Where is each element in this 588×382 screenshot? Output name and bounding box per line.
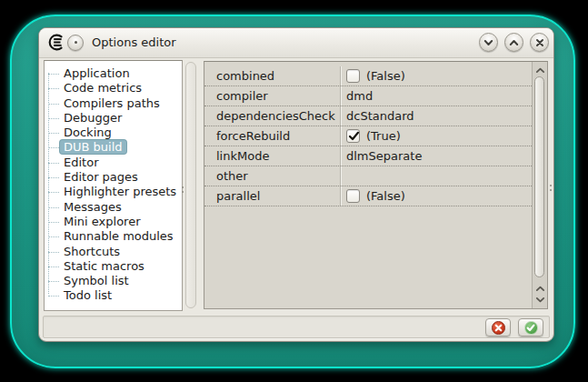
tree-connector xyxy=(48,222,59,223)
sidebar-item-label: Highlighter presets xyxy=(64,185,176,198)
tree-connector xyxy=(48,207,59,208)
tree-list: Application Code metrics Compilers paths… xyxy=(45,61,182,304)
property-value-cell[interactable]: dlmSeparate xyxy=(340,146,532,166)
tree-connector xyxy=(48,281,59,282)
sidebar-item-debugger[interactable]: Debugger xyxy=(45,111,182,126)
sidebar-item-symbol-list[interactable]: Symbol list xyxy=(45,274,182,288)
property-value-cell[interactable]: (False) xyxy=(340,186,532,206)
tree-connector xyxy=(48,252,59,253)
property-value-cell[interactable] xyxy=(340,166,532,186)
sidebar-item-label: Application xyxy=(64,66,130,80)
property-row-compiler[interactable]: compiler dmd xyxy=(204,86,532,106)
check-icon xyxy=(348,131,360,142)
tree-connector xyxy=(48,177,59,178)
splitter[interactable] xyxy=(185,62,196,308)
sidebar-item-dub-build[interactable]: DUB build xyxy=(45,140,182,155)
property-row-linkmode[interactable]: linkMode dlmSeparate xyxy=(204,146,532,166)
tree-connector xyxy=(48,236,59,237)
tree-connector xyxy=(48,133,59,134)
property-value-cell[interactable]: dmd xyxy=(340,86,532,106)
property-value-label: dmd xyxy=(346,89,373,103)
ok-button[interactable] xyxy=(518,318,543,337)
scroll-up-stepper-bottom[interactable] xyxy=(533,283,547,294)
sidebar-item-runnable-modules[interactable]: Runnable modules xyxy=(45,229,182,244)
tree-connector xyxy=(48,266,59,267)
property-row-combined[interactable]: combined (False) xyxy=(204,66,532,86)
sidebar-item-label: Editor pages xyxy=(64,170,138,184)
sidebar-item-label: Messages xyxy=(64,200,122,214)
sidebar-item-highlighter-presets[interactable]: Highlighter presets xyxy=(45,185,182,199)
sidebar-item-label: Compilers paths xyxy=(64,96,160,110)
sidebar-item-label: Editor xyxy=(64,156,98,169)
splitter-grip-icon xyxy=(182,186,184,196)
chevron-down-icon xyxy=(483,39,493,46)
sidebar-item-label: Symbol list xyxy=(64,274,129,287)
checkbox-unchecked[interactable] xyxy=(346,69,360,83)
tree-connector xyxy=(48,192,59,193)
sidebar-item-label: Debugger xyxy=(64,111,122,125)
scroll-up-stepper[interactable] xyxy=(533,65,547,75)
chevron-up-icon xyxy=(535,286,545,292)
scroll-down-stepper[interactable] xyxy=(533,294,547,305)
property-value-cell[interactable]: (True) xyxy=(340,126,532,146)
sidebar-item-application[interactable]: Application xyxy=(45,66,182,81)
scrollbar-thumb[interactable] xyxy=(534,76,544,277)
window-menu-button[interactable] xyxy=(67,35,84,51)
window-controls xyxy=(479,33,549,52)
right-grip-icon xyxy=(550,185,553,194)
close-icon xyxy=(535,38,544,47)
tree-connector xyxy=(48,163,59,164)
property-name: dependenciesCheck xyxy=(204,106,340,126)
titlebar[interactable]: Options editor xyxy=(39,28,553,58)
sidebar-item-label: Static macros xyxy=(64,259,145,273)
property-name: forceRebuild xyxy=(204,126,340,146)
property-name: combined xyxy=(204,66,340,85)
sidebar-item-code-metrics[interactable]: Code metrics xyxy=(45,81,182,96)
property-name: other xyxy=(204,166,340,186)
sidebar-item-editor[interactable]: Editor xyxy=(45,156,182,170)
app-logo-icon xyxy=(47,34,65,51)
checkbox-unchecked[interactable] xyxy=(346,189,360,203)
property-value-cell[interactable]: (False) xyxy=(340,66,532,85)
sidebar-item-mini-explorer[interactable]: Mini explorer xyxy=(45,215,182,229)
sidebar-item-messages[interactable]: Messages xyxy=(45,200,182,215)
sidebar-item-label: Mini explorer xyxy=(64,215,141,228)
sidebar-item-todo-list[interactable]: Todo list xyxy=(45,288,182,303)
sidebar-item-label-selected: DUB build xyxy=(60,140,126,154)
property-value-label: (True) xyxy=(366,129,401,143)
sidebar-item-shortcuts[interactable]: Shortcuts xyxy=(45,245,182,259)
ok-check-circle-icon xyxy=(524,321,538,335)
property-value-label: (False) xyxy=(366,69,405,83)
tree-connector xyxy=(48,296,59,297)
property-value-label: dcStandard xyxy=(346,109,414,123)
tree-connector xyxy=(48,118,59,119)
property-row-parallel[interactable]: parallel (False) xyxy=(204,186,532,206)
close-button[interactable] xyxy=(530,33,549,52)
property-row-forcerebuild[interactable]: forceRebuild (True) xyxy=(204,126,532,146)
sidebar-item-label: Docking xyxy=(64,126,112,139)
sidebar-item-label: Shortcuts xyxy=(64,245,120,258)
sidebar-item-label: Todo list xyxy=(64,288,112,302)
property-name: linkMode xyxy=(204,146,340,166)
property-value-cell[interactable]: dcStandard xyxy=(340,106,532,126)
chevron-up-icon xyxy=(509,39,519,46)
sidebar-item-static-macros[interactable]: Static macros xyxy=(45,259,182,274)
sidebar-item-editor-pages[interactable]: Editor pages xyxy=(45,170,182,185)
checkbox-checked[interactable] xyxy=(346,129,360,143)
vertical-scrollbar[interactable] xyxy=(532,62,547,308)
property-grid: combined (False) compiler dmd dependenci… xyxy=(204,61,548,309)
property-row-dependenciescheck[interactable]: dependenciesCheck dcStandard xyxy=(204,106,532,126)
options-editor-window: Options editor Application Code metrics … xyxy=(38,27,554,342)
sidebar-item-compilers-paths[interactable]: Compilers paths xyxy=(45,96,182,111)
tree-connector xyxy=(48,104,59,105)
sidebar-item-label: Runnable modules xyxy=(64,229,174,243)
chevron-up-icon xyxy=(535,67,545,74)
property-row-other[interactable]: other xyxy=(204,166,532,186)
cancel-button[interactable] xyxy=(485,318,511,337)
rolldown-button[interactable] xyxy=(479,33,498,52)
rollup-button[interactable] xyxy=(504,33,523,52)
sidebar-item-label: Code metrics xyxy=(64,81,142,95)
property-value-label: dlmSeparate xyxy=(346,149,422,163)
tree-connector xyxy=(48,147,59,148)
sidebar-item-docking[interactable]: Docking xyxy=(45,126,182,140)
